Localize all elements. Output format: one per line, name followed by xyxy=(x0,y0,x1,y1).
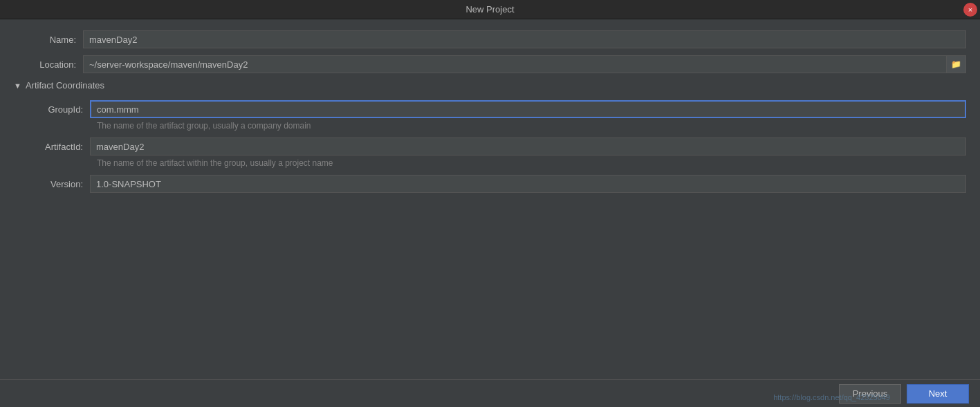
groupid-input[interactable] xyxy=(90,100,966,118)
watermark: https://blog.csdn.net/qq_42325049 xyxy=(773,393,890,401)
version-row: Version: xyxy=(28,175,966,193)
name-input[interactable] xyxy=(83,30,966,48)
artifactid-hint: The name of the artifact within the grou… xyxy=(97,158,966,168)
groupid-label: GroupId: xyxy=(28,104,90,115)
groupid-row: GroupId: xyxy=(28,100,966,118)
title-bar: New Project × xyxy=(0,0,980,19)
artifact-section-body: GroupId: The name of the artifact group,… xyxy=(14,100,966,193)
name-label: Name: xyxy=(14,35,83,45)
location-label: Location: xyxy=(14,59,83,70)
browse-icon: 📁 xyxy=(951,59,961,69)
artifactid-input[interactable] xyxy=(90,138,966,155)
name-row: Name: xyxy=(14,30,966,48)
artifactid-label: ArtifactId: xyxy=(28,142,90,152)
next-button[interactable]: Next xyxy=(907,384,969,404)
dialog-title: New Project xyxy=(465,4,514,15)
version-label: Version: xyxy=(28,179,90,189)
artifact-section-header: ▼ Artifact Coordinates xyxy=(14,80,966,91)
location-input[interactable] xyxy=(83,55,946,73)
section-toggle-icon[interactable]: ▼ xyxy=(14,82,21,90)
location-row: Location: 📁 xyxy=(14,55,966,73)
location-input-wrapper: 📁 xyxy=(83,55,966,73)
close-button[interactable]: × xyxy=(963,3,977,17)
groupid-hint: The name of the artifact group, usually … xyxy=(97,121,966,131)
browse-button[interactable]: 📁 xyxy=(946,55,966,73)
close-icon: × xyxy=(968,6,972,14)
version-input[interactable] xyxy=(90,175,966,193)
artifactid-row: ArtifactId: xyxy=(28,138,966,155)
section-title: Artifact Coordinates xyxy=(26,80,104,91)
dialog-content: Name: Location: 📁 ▼ Artifact Coordinates… xyxy=(0,19,980,207)
